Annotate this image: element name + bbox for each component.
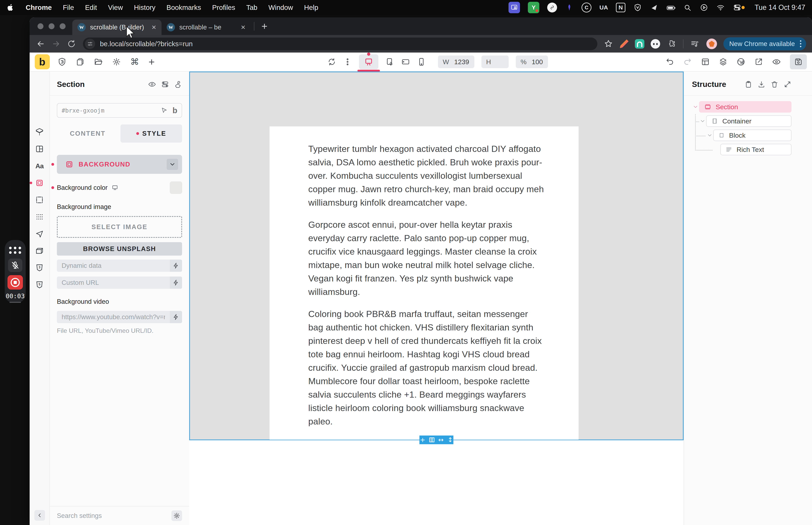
address-bar[interactable]: be.local/scrollable/?bricks=run xyxy=(83,38,597,50)
tab-scrollable-be[interactable]: W scrollable – be ✕ xyxy=(162,19,251,35)
custom-url-input[interactable] xyxy=(57,279,170,286)
menu-item-view[interactable]: View xyxy=(108,3,123,12)
new-tab-button[interactable]: + xyxy=(258,21,271,31)
add-element-icon[interactable]: + xyxy=(149,57,155,67)
border-tab-icon[interactable] xyxy=(35,195,44,205)
reload-icon[interactable] xyxy=(66,39,77,49)
video-bolt-icon[interactable] xyxy=(170,311,182,323)
canvas-zoom-input[interactable]: % 100 xyxy=(516,56,548,68)
pen-extension-icon[interactable] xyxy=(620,40,629,48)
screen-share-app-icon[interactable] xyxy=(508,2,520,13)
minimize-window-button[interactable] xyxy=(49,23,55,29)
tree-item-section[interactable]: Section xyxy=(692,101,792,112)
color-swatch[interactable] xyxy=(170,181,182,194)
layers-icon[interactable] xyxy=(719,58,727,66)
drag-handle-dots[interactable] xyxy=(9,247,21,254)
spotlight-search-icon[interactable] xyxy=(683,3,692,12)
element-visibility-icon[interactable] xyxy=(148,80,156,88)
delete-all-icon[interactable] xyxy=(770,80,778,88)
grid-tab-icon[interactable] xyxy=(35,144,44,154)
browser-menu-icon[interactable] xyxy=(798,40,803,47)
menu-item-profiles[interactable]: Profiles xyxy=(212,3,235,12)
breakpoint-desktop-active[interactable] xyxy=(359,54,378,69)
custom-url-bolt-icon[interactable] xyxy=(170,276,182,289)
undo-icon[interactable] xyxy=(665,58,674,66)
menu-item-help[interactable]: Help xyxy=(304,3,318,12)
breakpoints-menu-icon[interactable] xyxy=(343,58,352,66)
zoom-window-button[interactable] xyxy=(60,23,65,29)
forward-icon[interactable] xyxy=(51,39,61,49)
select-element-cursor-icon[interactable] xyxy=(161,107,168,114)
expand-panel-icon[interactable] xyxy=(784,80,792,88)
filters-tab-icon[interactable] xyxy=(35,212,44,222)
wordpress-icon[interactable] xyxy=(737,58,745,66)
background-video-input[interactable] xyxy=(57,313,170,321)
close-tab-icon[interactable]: ✕ xyxy=(241,24,246,31)
browse-unsplash-button[interactable]: BROWSE UNSPLASH xyxy=(57,242,182,256)
dynamic-data-input[interactable] xyxy=(57,262,170,269)
menu-item-edit[interactable]: Edit xyxy=(85,3,97,12)
element-id-input[interactable] xyxy=(62,107,161,114)
attributes-tab-icon[interactable]: 5 xyxy=(35,280,44,289)
menu-bar-clock[interactable]: Tue 14 Oct 9:47 xyxy=(754,3,805,12)
tab-scrollable-builder[interactable]: W scrollable (Builder) ✕ xyxy=(72,19,162,35)
canvas-height-input[interactable]: H xyxy=(481,56,509,68)
element-conditions-icon[interactable] xyxy=(161,80,169,88)
open-preview-icon[interactable] xyxy=(754,58,763,66)
chevron-down-icon[interactable] xyxy=(692,104,699,110)
custom-url-field[interactable] xyxy=(57,276,182,289)
blue-creature-icon[interactable] xyxy=(565,3,574,12)
microphone-muted-button[interactable] xyxy=(8,258,22,272)
rich-text-paragraph[interactable]: Typewriter tumblr hexagon activated char… xyxy=(308,142,545,209)
search-settings-gear-icon[interactable] xyxy=(171,510,182,521)
selected-section[interactable]: Typewriter tumblr hexagon activated char… xyxy=(189,72,684,440)
menu-item-chrome[interactable]: Chrome xyxy=(26,3,52,12)
background-accordion-header[interactable]: BACKGROUND xyxy=(57,155,182,174)
chevron-down-icon[interactable] xyxy=(699,118,706,124)
width-value[interactable]: 1239 xyxy=(453,58,474,66)
green-app-icon[interactable]: Y xyxy=(528,2,539,13)
rich-text-block[interactable]: Typewriter tumblr hexagon activated char… xyxy=(270,126,579,440)
version-shield-icon[interactable] xyxy=(58,58,66,66)
collapse-panel-button[interactable] xyxy=(34,510,45,521)
sync-icon[interactable] xyxy=(327,58,336,66)
apple-menu-icon[interactable] xyxy=(7,3,15,12)
bricks-logo[interactable]: b xyxy=(35,54,50,69)
bookmark-star-icon[interactable] xyxy=(603,39,614,49)
widget-resize-handle[interactable] xyxy=(10,302,21,303)
chevron-down-icon[interactable] xyxy=(167,159,178,170)
command-icon[interactable]: ⌘ xyxy=(130,58,139,66)
rich-text-paragraph[interactable]: Gorpcore ascot ennui, pour-over hella ke… xyxy=(308,218,545,299)
close-window-button[interactable] xyxy=(37,23,43,29)
page-settings-icon[interactable] xyxy=(701,58,710,66)
redo-icon[interactable] xyxy=(683,58,692,66)
resize-horizontal-icon[interactable]: ↔ xyxy=(439,437,444,443)
menu-item-history[interactable]: History xyxy=(134,3,155,12)
wifi-icon[interactable] xyxy=(716,3,725,12)
transform-tab-icon[interactable] xyxy=(35,246,44,256)
site-settings-icon[interactable] xyxy=(85,39,95,49)
menu-item-tab[interactable]: Tab xyxy=(246,3,257,12)
notion-icon[interactable]: N xyxy=(616,3,625,12)
robot-extension-icon[interactable] xyxy=(651,39,660,49)
back-icon[interactable] xyxy=(35,39,46,49)
play-circle-icon[interactable] xyxy=(700,3,708,12)
background-video-field[interactable] xyxy=(57,311,182,323)
tree-item-container[interactable]: Container xyxy=(699,115,792,127)
dynamic-data-field[interactable] xyxy=(57,259,182,272)
breakpoint-mobile[interactable] xyxy=(417,58,426,66)
transitions-tab-icon[interactable] xyxy=(35,229,44,239)
tree-item-block[interactable]: Block xyxy=(706,130,792,141)
shield-v-icon[interactable] xyxy=(633,3,642,12)
resize-vertical-icon[interactable]: ↕ xyxy=(447,437,453,443)
save-button[interactable] xyxy=(790,54,807,69)
dynamic-data-bolt-icon[interactable] xyxy=(170,259,182,272)
clipboard-icon[interactable] xyxy=(745,80,752,88)
profile-avatar[interactable] xyxy=(706,39,717,49)
insert-columns-icon[interactable] xyxy=(429,437,434,442)
preview-eye-icon[interactable] xyxy=(772,58,781,66)
canvas-width-input[interactable]: W 1239 xyxy=(438,56,474,68)
background-tab-icon[interactable] xyxy=(35,178,44,188)
control-center-icon[interactable] xyxy=(733,3,741,12)
close-tab-icon[interactable]: ✕ xyxy=(151,24,156,31)
